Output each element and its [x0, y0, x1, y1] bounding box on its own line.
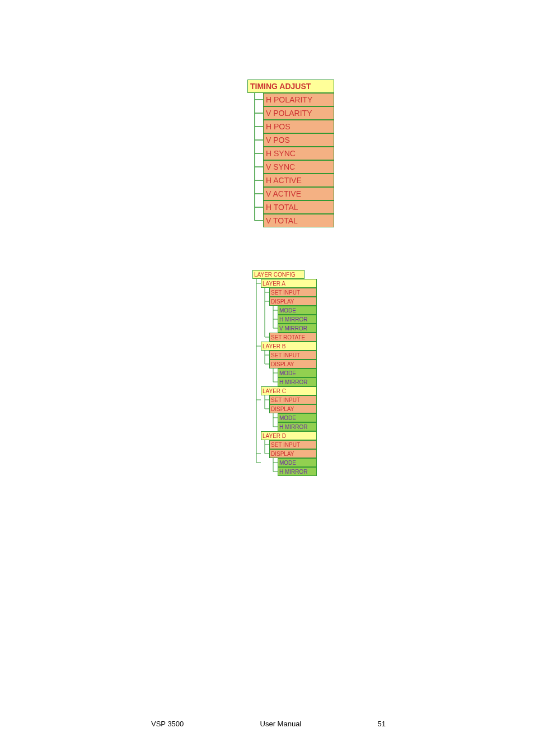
layer-child: DISPLAY: [269, 360, 317, 368]
tree-connector: [261, 288, 269, 346]
layer-leaf: H MIRROR: [278, 377, 317, 386]
layer-leaf: MODE: [278, 413, 317, 422]
footer-doc: User Manual: [260, 720, 302, 728]
footer-product: VSP 3500: [151, 720, 184, 728]
layer-leaf: H MIRROR: [278, 315, 317, 324]
timing-item: V POS: [263, 133, 334, 147]
tree-connector: [252, 279, 261, 514]
layer-child: DISPLAY: [269, 297, 317, 306]
layer-node: LAYER B: [261, 342, 317, 351]
timing-item: H TOTAL: [263, 200, 334, 214]
timing-item: H POLARITY: [263, 93, 334, 106]
layer-child: SET INPUT: [269, 440, 317, 449]
layer-child: DISPLAY: [269, 404, 317, 413]
timing-item: H SYNC: [263, 147, 334, 160]
tree-connector: [261, 351, 269, 395]
tree-connector: [269, 306, 278, 333]
tree-connector: [261, 440, 269, 485]
tree-connector: [247, 93, 263, 228]
timing-item: H ACTIVE: [263, 174, 334, 187]
timing-item: V TOTAL: [263, 214, 334, 227]
layer-leaf: MODE: [278, 458, 317, 467]
timing-item: V POLARITY: [263, 106, 334, 120]
layer-config-title: LAYER CONFIG: [252, 270, 305, 279]
layer-child: SET ROTATE: [269, 333, 317, 342]
layer-child: SET INPUT: [269, 288, 317, 297]
layer-child: DISPLAY: [269, 449, 317, 458]
timing-item: V SYNC: [263, 160, 334, 174]
timing-adjust-tree: TIMING ADJUST: [247, 80, 534, 227]
tree-connector: [269, 368, 278, 386]
layer-leaf: H MIRROR: [278, 467, 317, 476]
timing-adjust-title: TIMING ADJUST: [247, 80, 334, 93]
layer-leaf: V MIRROR: [278, 324, 317, 333]
layer-node: LAYER D: [261, 431, 317, 440]
timing-item: H POS: [263, 120, 334, 133]
tree-connector: [261, 395, 269, 440]
footer-page: 51: [378, 720, 386, 728]
layer-leaf: H MIRROR: [278, 422, 317, 431]
timing-item: V ACTIVE: [263, 187, 334, 200]
layer-child: SET INPUT: [269, 351, 317, 360]
layer-node: LAYER C: [261, 386, 317, 395]
tree-connector: [269, 458, 278, 476]
tree-connector: [269, 413, 278, 431]
layer-leaf: MODE: [278, 368, 317, 377]
layer-leaf: MODE: [278, 306, 317, 315]
layer-config-tree: LAYER CONFIG LAYER A: [252, 270, 534, 476]
page-footer: VSP 3500 User Manual 51: [0, 720, 534, 728]
layer-child: SET INPUT: [269, 395, 317, 404]
layer-node: LAYER A: [261, 279, 317, 288]
